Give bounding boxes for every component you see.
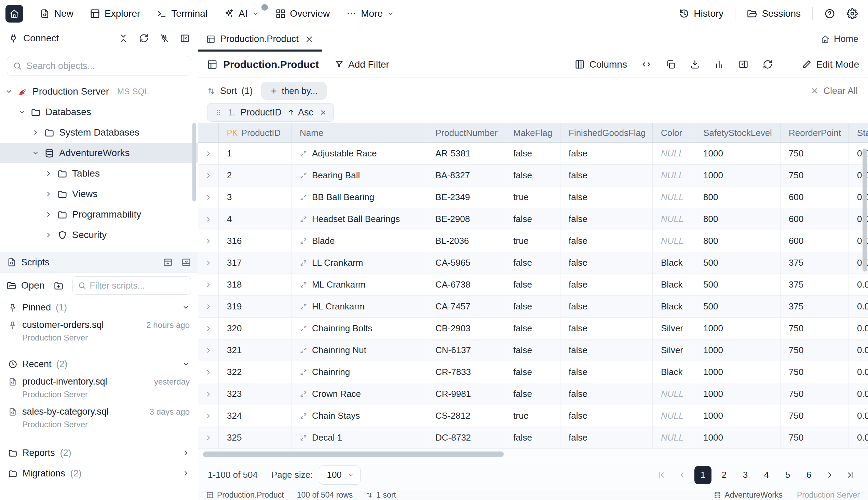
- cell[interactable]: 600: [780, 186, 849, 208]
- table-row[interactable]: 320Chainring BoltsCB-2903falsefalseSilve…: [198, 318, 868, 340]
- recent-section-header[interactable]: Recent (2): [0, 355, 198, 373]
- cell[interactable]: 375: [780, 274, 849, 295]
- cell[interactable]: false: [560, 405, 653, 427]
- remove-sort-icon[interactable]: [320, 109, 327, 116]
- collapse-panel-icon[interactable]: [163, 258, 173, 267]
- filter-scripts-input[interactable]: [73, 276, 191, 295]
- vertical-scrollbar[interactable]: [863, 149, 867, 272]
- cell[interactable]: 500: [695, 274, 780, 295]
- cell[interactable]: NULL: [653, 208, 695, 230]
- sort-chip-productid[interactable]: 1. ProductID Asc: [207, 103, 334, 122]
- folder-migrations[interactable]: Migrations (2): [0, 463, 198, 484]
- cell[interactable]: 750: [780, 164, 849, 186]
- cell[interactable]: 600: [780, 208, 849, 230]
- table-row[interactable]: 318ML CrankarmCA-6738falsefalseBlack5003…: [198, 274, 868, 296]
- expand-row-icon[interactable]: [205, 434, 212, 442]
- home-button[interactable]: [5, 5, 23, 23]
- expand-row-icon[interactable]: [205, 412, 212, 420]
- cell[interactable]: false: [560, 340, 653, 361]
- cell[interactable]: false: [505, 340, 560, 361]
- search-objects-input[interactable]: [7, 56, 191, 76]
- table-row[interactable]: 325Decal 1DC-8732falsefalseNULL10007500.…: [198, 427, 868, 449]
- cell[interactable]: 500: [695, 252, 780, 274]
- cell-productid[interactable]: 4: [219, 208, 291, 230]
- settings-button[interactable]: [847, 8, 858, 19]
- cell[interactable]: false: [505, 383, 560, 405]
- view-sql-button[interactable]: [642, 59, 651, 69]
- cell-productid[interactable]: 316: [219, 230, 291, 252]
- column-header-standardcost[interactable]: StandardCost: [849, 123, 868, 143]
- nav-new[interactable]: New: [40, 8, 74, 19]
- nav-more[interactable]: More: [346, 8, 394, 19]
- chart-button[interactable]: [714, 59, 724, 69]
- cell-name[interactable]: BB Ball Bearing: [291, 186, 427, 208]
- then-by-button[interactable]: then by...: [261, 82, 327, 100]
- cell[interactable]: NULL: [653, 383, 695, 405]
- cell-name[interactable]: ML Crankarm: [291, 274, 427, 295]
- expand-row-icon[interactable]: [205, 150, 212, 157]
- cell[interactable]: CB-2903: [427, 318, 505, 339]
- page-button-3[interactable]: 3: [737, 466, 754, 484]
- tree-item-production-server[interactable]: Production Server MS SQL: [0, 81, 198, 102]
- cell[interactable]: Black: [653, 361, 695, 383]
- cell-productid[interactable]: 321: [219, 340, 291, 361]
- disconnect-icon[interactable]: [159, 33, 169, 43]
- horizontal-scrollbar[interactable]: [203, 452, 504, 457]
- cell[interactable]: 750: [780, 318, 849, 339]
- sidebar-scrollbar[interactable]: [192, 123, 196, 202]
- cell[interactable]: Silver: [653, 340, 695, 361]
- cell[interactable]: 1000: [695, 164, 780, 186]
- home-tab-button[interactable]: Home: [821, 34, 868, 44]
- cell[interactable]: 750: [780, 405, 849, 427]
- cell[interactable]: 1000: [695, 143, 780, 164]
- cell-name[interactable]: Chainring Nut: [291, 340, 427, 361]
- cell-productid[interactable]: 324: [219, 405, 291, 427]
- cell[interactable]: false: [560, 296, 653, 317]
- page-button-4[interactable]: 4: [758, 466, 775, 484]
- cell-productid[interactable]: 317: [219, 252, 291, 274]
- export-button[interactable]: [690, 59, 700, 69]
- cell[interactable]: false: [560, 318, 653, 339]
- cell[interactable]: 750: [780, 143, 849, 164]
- cell-name[interactable]: Blade: [291, 230, 427, 252]
- expand-row-icon[interactable]: [205, 390, 212, 398]
- cell-productid[interactable]: 325: [219, 427, 291, 448]
- cell[interactable]: false: [560, 164, 653, 186]
- column-header-productid[interactable]: PK ProductID: [219, 123, 291, 143]
- cell[interactable]: 1000: [695, 405, 780, 427]
- cell[interactable]: 375: [780, 296, 849, 317]
- cell[interactable]: 0.00: [849, 383, 868, 405]
- cell[interactable]: true: [505, 230, 560, 252]
- table-row[interactable]: 3BB Ball BearingBE-2349truefalseNULL8006…: [198, 186, 868, 208]
- next-page-button[interactable]: [822, 466, 838, 484]
- prev-page-button[interactable]: [674, 466, 690, 484]
- column-header-safetystocklevel[interactable]: SafetyStockLevel: [695, 123, 780, 143]
- cell-productid[interactable]: 3: [219, 186, 291, 208]
- nav-ai[interactable]: AI: [224, 8, 259, 19]
- clear-all-sorts-button[interactable]: Clear All: [811, 86, 858, 96]
- page-size-select[interactable]: 100: [319, 466, 360, 485]
- expand-panel-icon[interactable]: [181, 258, 191, 267]
- expand-row-icon[interactable]: [205, 172, 212, 179]
- cell[interactable]: false: [560, 361, 653, 383]
- tree-item-databases[interactable]: Databases: [0, 102, 198, 122]
- expand-row-icon[interactable]: [205, 303, 212, 310]
- table-row[interactable]: 316BladeBL-2036truefalseNULL8006000.00: [198, 230, 868, 252]
- cell[interactable]: false: [560, 274, 653, 295]
- cell[interactable]: 375: [780, 252, 849, 274]
- cell[interactable]: Black: [653, 296, 695, 317]
- cell[interactable]: AR-5381: [427, 143, 505, 164]
- cell-productid[interactable]: 318: [219, 274, 291, 295]
- cell[interactable]: false: [505, 164, 560, 186]
- cell-productid[interactable]: 322: [219, 361, 291, 383]
- table-row[interactable]: 324Chain StaysCS-2812truefalseNULL100075…: [198, 405, 868, 427]
- first-page-button[interactable]: [653, 466, 670, 484]
- sort-direction-toggle[interactable]: Asc: [287, 107, 313, 118]
- column-header-color[interactable]: Color: [653, 123, 695, 143]
- cell[interactable]: CR-9981: [427, 383, 505, 405]
- cell[interactable]: 750: [780, 383, 849, 405]
- cell[interactable]: false: [505, 143, 560, 164]
- page-button-6[interactable]: 6: [800, 466, 817, 484]
- column-header-finishedgoodsflag[interactable]: FinishedGoodsFlag: [560, 123, 653, 143]
- cell[interactable]: false: [505, 208, 560, 230]
